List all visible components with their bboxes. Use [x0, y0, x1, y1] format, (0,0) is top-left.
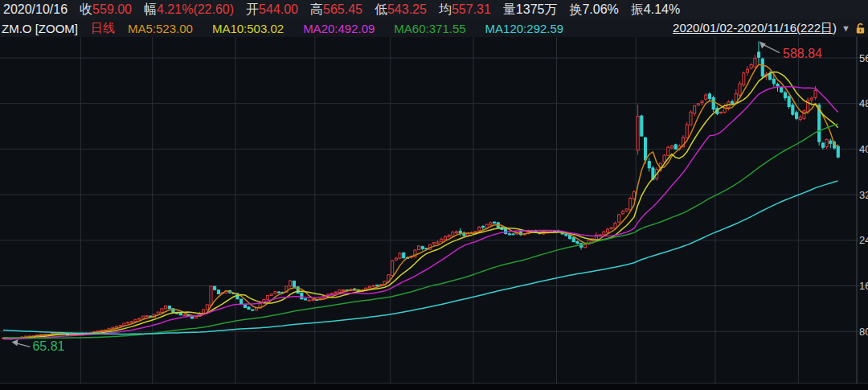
- quote-field: 量1375万: [503, 2, 558, 16]
- quote-field: 高565.45: [310, 2, 362, 16]
- field-value: 4.14%: [644, 2, 680, 16]
- field-value: 559.00: [92, 2, 132, 16]
- ma-legend-item: MA60:371.55: [394, 22, 465, 35]
- quote-fields: 收559.00幅4.21%(22.60)开544.00高565.45低543.2…: [68, 2, 680, 18]
- field-value: 4.21%(22.60): [157, 2, 234, 16]
- field-label: 换: [569, 2, 582, 16]
- quote-field: 均557.31: [439, 2, 491, 16]
- quote-field: 收559.00: [80, 2, 132, 16]
- field-label: 量: [503, 2, 516, 16]
- chart-toolbar: ZM.O [ZOOM] 日线 MA5:523.00MA10:503.02MA20…: [0, 19, 868, 37]
- ma-legend: MA5:523.00MA10:503.02MA20:492.09MA60:371…: [128, 22, 583, 35]
- gridlines: [0, 37, 868, 384]
- quote-field: 振4.14%: [631, 2, 680, 16]
- field-value: 557.31: [452, 2, 491, 16]
- field-label: 低: [375, 2, 387, 16]
- ma-legend-item: MA5:523.00: [128, 22, 193, 35]
- field-label: 均: [439, 2, 452, 16]
- quote-field: 幅4.21%(22.60): [144, 2, 234, 16]
- quote-bar: 2020/10/16 收559.00幅4.21%(22.60)开544.00高5…: [0, 0, 868, 19]
- stock-app-window: 588.8465.8156048040032024016080 2020/10/…: [0, 0, 868, 390]
- y-axis-tick: 480: [859, 97, 868, 109]
- price-chart-canvas[interactable]: 588.8465.8156048040032024016080: [0, 0, 868, 390]
- y-axis-labels: 56048040032024016080: [859, 52, 868, 338]
- field-value: 543.25: [387, 2, 427, 16]
- ma-legend-item: MA10:503.02: [212, 22, 284, 35]
- y-axis-tick: 240: [859, 234, 868, 246]
- quote-field: 开544.00: [246, 2, 298, 16]
- field-value: 1375万: [516, 2, 558, 16]
- field-value: 565.45: [323, 2, 362, 16]
- quote-date: 2020/10/16: [3, 2, 68, 17]
- y-axis-tick: 160: [859, 280, 868, 292]
- field-label: 高: [310, 2, 323, 16]
- field-label: 幅: [144, 2, 157, 16]
- date-range-selector[interactable]: 2020/01/02-2020/11/16(222日): [673, 21, 837, 36]
- quote-field: 低543.25: [375, 2, 427, 16]
- scrollbar-track[interactable]: [0, 384, 868, 390]
- ma10-line: [3, 72, 838, 339]
- ma-legend-item: MA20:492.09: [303, 22, 375, 35]
- ma-legend-item: MA120:292.59: [485, 22, 564, 35]
- low-price-label: 65.81: [32, 339, 64, 353]
- field-value: 544.00: [259, 2, 298, 16]
- field-label: 收: [80, 2, 92, 16]
- y-axis-tick: 400: [859, 143, 868, 155]
- ma20-line: [3, 87, 838, 339]
- y-axis-tick: 80: [859, 326, 868, 338]
- y-axis-tick: 560: [859, 52, 868, 64]
- lock-icon[interactable]: [854, 22, 866, 35]
- y-axis-tick: 320: [859, 189, 868, 201]
- candles-layer[interactable]: [2, 42, 840, 340]
- extreme-markers: 588.8465.81: [11, 42, 822, 354]
- field-value: 7.06%: [582, 2, 618, 16]
- field-label: 开: [246, 2, 259, 16]
- high-price-label: 588.84: [783, 47, 822, 60]
- dropdown-arrow-icon[interactable]: ▼: [841, 23, 850, 33]
- field-label: 振: [631, 2, 644, 16]
- period-selector[interactable]: 日线: [91, 21, 115, 36]
- quote-field: 换7.06%: [569, 2, 618, 16]
- ma60-line: [3, 124, 838, 338]
- symbol-label: ZM.O [ZOOM]: [2, 22, 78, 35]
